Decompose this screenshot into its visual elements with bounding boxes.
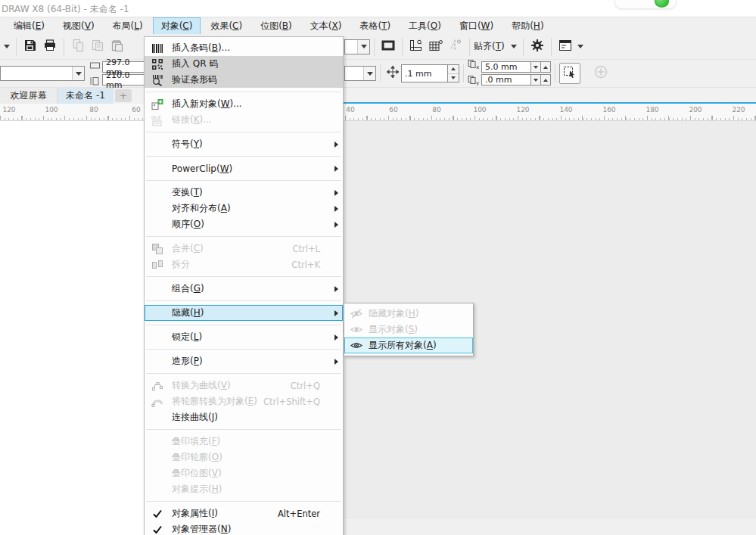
- print-button[interactable]: [40, 37, 60, 57]
- menubar-item-效果[interactable]: 效果(C): [202, 17, 250, 35]
- svg-text:OLE: OLE: [151, 115, 161, 121]
- menu-item-label: 连接曲线(J): [167, 411, 329, 424]
- submenu-item-show-all-objects[interactable]: 显示所有对象(A): [344, 337, 473, 353]
- copy-button[interactable]: [88, 37, 107, 57]
- dropdown-caret-icon[interactable]: [2, 37, 12, 57]
- window-title: DRAW X8 (64-Bit) - 未命名 -1: [2, 3, 129, 16]
- page-size-combobox[interactable]: [0, 66, 85, 81]
- toolbar-separator: [16, 38, 17, 56]
- menubar-item-工具[interactable]: 工具(O): [400, 17, 450, 35]
- menu-item-insert-new-object[interactable]: 插入新对象(W)...: [145, 96, 343, 112]
- units-combobox[interactable]: [344, 66, 376, 81]
- save-icon: [23, 39, 37, 55]
- menu-item-symbol[interactable]: 符号(Y): [145, 136, 343, 152]
- menubar-item-窗口[interactable]: 窗口(W): [451, 17, 502, 35]
- convert-curves-icon: [148, 380, 167, 392]
- ruler-tick-label: 120: [2, 106, 15, 114]
- application-launcher-button[interactable]: [555, 37, 575, 57]
- nudge-spinner[interactable]: [448, 64, 459, 82]
- menu-separator: [146, 236, 341, 237]
- notification-bubble[interactable]: [614, 0, 677, 9]
- zoom-level-combobox[interactable]: [344, 39, 370, 54]
- options-button[interactable]: [527, 37, 547, 57]
- submenu-arrow-icon: [329, 359, 340, 365]
- menu-item-shortcut: Ctrl+Shift+Q: [263, 397, 329, 407]
- new-document-tab-button[interactable]: +: [115, 89, 132, 102]
- menubar-item-对象[interactable]: 对象(C): [153, 17, 201, 35]
- landscape-icon[interactable]: [89, 58, 101, 73]
- qr-code-icon: [148, 58, 167, 70]
- page-height-field[interactable]: 210.0 mm: [102, 74, 145, 86]
- toolbar-separator: [380, 64, 381, 82]
- menu-separator: [146, 132, 341, 132]
- menu-item-join-curves[interactable]: 连接曲线(J): [145, 409, 343, 425]
- toolbar-separator: [374, 38, 375, 56]
- duplicate-y-icon: y: [468, 74, 480, 89]
- menu-item-lock[interactable]: 锁定(L): [145, 329, 343, 345]
- menu-item-order[interactable]: 顺序(O): [145, 216, 343, 232]
- submenu-arrow-icon: [329, 190, 340, 196]
- menu-item-verify-barcode[interactable]: 验证条形码: [145, 72, 343, 88]
- horizontal-ruler[interactable]: 1201008060406080100120140160180200220: [0, 104, 756, 121]
- submenu-arrow-icon: [329, 334, 340, 341]
- coreldraw-window: DRAW X8 (64-Bit) - 未命名 -1 编辑(E)视图(V)布局(L…: [0, 0, 756, 535]
- menubar-item-文本[interactable]: 文本(X): [302, 17, 350, 35]
- menu-item-shaping[interactable]: 造形(P): [145, 353, 343, 369]
- menubar-item-位图[interactable]: 位图(B): [252, 17, 300, 35]
- duplicate-x-down-button[interactable]: [531, 61, 541, 73]
- tab-welcome-screen[interactable]: 欢迎屏幕: [0, 88, 58, 104]
- menu-separator: [146, 429, 341, 430]
- duplicate-x-field[interactable]: 5.0 mm: [481, 61, 531, 73]
- menu-item-label: 对象管理器(N): [167, 523, 329, 535]
- show-grid-button[interactable]: [426, 37, 446, 57]
- menu-item-convert-outline-to-object: 将轮廓转换为对象(E)Ctrl+Shift+Q: [145, 393, 343, 409]
- menu-item-align-distribute[interactable]: 对齐和分布(A): [145, 201, 343, 216]
- paste-button[interactable]: [107, 37, 127, 57]
- menu-item-object-hints: 对象提示(H): [145, 481, 343, 497]
- duplicate-y-field[interactable]: .0 mm: [481, 74, 531, 86]
- submenu-item-hide-objects: 隐藏对象(H): [344, 306, 473, 322]
- portrait-icon[interactable]: [89, 74, 101, 89]
- menu-item-label: 插入条码(B)...: [167, 42, 329, 54]
- save-button[interactable]: [20, 37, 40, 57]
- show-rulers-button[interactable]: [406, 37, 426, 57]
- snap-to-dropdown[interactable]: [509, 37, 519, 57]
- menu-item-insert-barcode[interactable]: 插入条码(B)...: [145, 40, 343, 56]
- green-status-icon: [655, 0, 669, 8]
- menu-item-object-manager[interactable]: 对象管理器(N): [145, 521, 343, 535]
- menu-item-transform[interactable]: 变换(T): [145, 185, 343, 201]
- svg-text:x: x: [476, 64, 479, 70]
- duplicate-distance-icons: x y: [468, 58, 480, 89]
- break-apart-icon: [148, 259, 167, 271]
- menubar-item-帮助[interactable]: 帮助(H): [503, 17, 552, 35]
- menu-item-hide[interactable]: 隐藏(H): [145, 305, 343, 321]
- duplicate-y-down-button[interactable]: [531, 74, 541, 86]
- cut-button[interactable]: [68, 37, 88, 57]
- application-launcher-dropdown[interactable]: [575, 37, 586, 57]
- duplicate-y-up-button[interactable]: [541, 74, 551, 86]
- menubar-item-视图[interactable]: 视图(V): [54, 17, 103, 35]
- page-orientation-icons: [89, 58, 101, 89]
- duplicate-x-up-button[interactable]: [541, 61, 551, 73]
- menu-separator: [146, 92, 341, 92]
- menu-item-insert-qr-code[interactable]: 插入 QR 码: [145, 56, 343, 72]
- nudge-distance-field[interactable]: .1 mm: [401, 64, 448, 82]
- show-guidelines-button[interactable]: [446, 37, 465, 57]
- treat-as-filled-button[interactable]: [559, 63, 580, 84]
- cut-icon: [71, 39, 85, 55]
- menubar-item-布局[interactable]: 布局(L): [104, 17, 151, 35]
- ole-link-icon: OLE: [148, 114, 167, 126]
- menubar-item-编辑[interactable]: 编辑(E): [5, 17, 53, 35]
- tab-untitled-1[interactable]: 未命名 -1: [58, 88, 114, 104]
- fullscreen-preview-button[interactable]: [378, 37, 398, 57]
- toolbar-separator: [64, 38, 64, 56]
- menubar-item-表格[interactable]: 表格(T): [351, 17, 399, 35]
- menu-item-group[interactable]: 组合(G): [145, 281, 343, 297]
- ruler-tick-label: 160: [602, 106, 615, 114]
- menu-item-label: 叠印轮廓(O): [167, 451, 329, 464]
- menu-item-object-properties[interactable]: 对象属性(I)Alt+Enter: [145, 505, 343, 521]
- menu-item-label: PowerClip(W): [167, 163, 329, 174]
- fullscreen-preview-icon: [381, 39, 396, 55]
- snap-to-label[interactable]: 贴齐(T): [474, 40, 505, 53]
- menu-item-powerclip[interactable]: PowerClip(W): [145, 160, 343, 176]
